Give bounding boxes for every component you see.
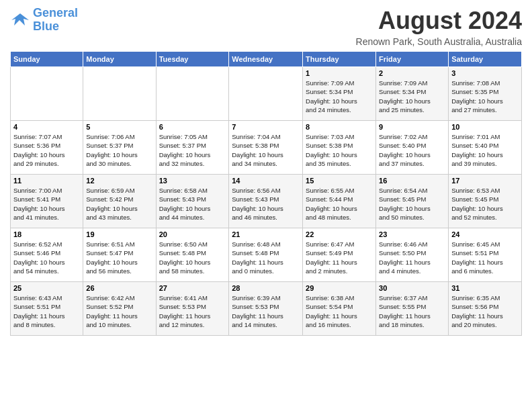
day-info: Sunrise: 7:04 AM Sunset: 5:38 PM Dayligh…: [232, 132, 300, 168]
day-number: 23: [379, 230, 445, 238]
day-number: 6: [159, 123, 226, 131]
day-info: Sunrise: 6:47 AM Sunset: 5:49 PM Dayligh…: [306, 240, 373, 275]
day-number: 13: [159, 177, 226, 185]
day-cell: 12Sunrise: 6:59 AM Sunset: 5:42 PM Dayli…: [83, 175, 156, 228]
logo-text: General Blue: [33, 7, 78, 34]
day-number: 14: [232, 177, 300, 185]
day-info: Sunrise: 7:06 AM Sunset: 5:37 PM Dayligh…: [86, 132, 152, 168]
day-info: Sunrise: 7:01 AM Sunset: 5:40 PM Dayligh…: [451, 132, 519, 168]
day-number: 17: [451, 177, 519, 185]
day-info: Sunrise: 6:38 AM Sunset: 5:54 PM Dayligh…: [306, 293, 373, 329]
day-number: 30: [379, 284, 445, 292]
day-info: Sunrise: 7:08 AM Sunset: 5:35 PM Dayligh…: [451, 79, 519, 114]
day-cell: 7Sunrise: 7:04 AM Sunset: 5:38 PM Daylig…: [229, 121, 303, 175]
day-cell: 1Sunrise: 7:09 AM Sunset: 5:34 PM Daylig…: [303, 67, 376, 121]
day-number: 16: [379, 177, 445, 185]
day-number: 5: [86, 123, 152, 131]
day-number: 4: [13, 123, 80, 131]
col-header-saturday: Saturday: [449, 52, 522, 67]
day-info: Sunrise: 6:45 AM Sunset: 5:51 PM Dayligh…: [451, 240, 519, 275]
day-info: Sunrise: 7:02 AM Sunset: 5:40 PM Dayligh…: [379, 132, 445, 168]
page-header: General Blue August 2024 Renown Park, So…: [10, 7, 522, 47]
col-header-friday: Friday: [376, 52, 449, 67]
logo: General Blue: [10, 7, 78, 34]
location: Renown Park, South Australia, Australia: [356, 36, 522, 47]
week-row-1: 1Sunrise: 7:09 AM Sunset: 5:34 PM Daylig…: [11, 67, 522, 121]
day-cell: 25Sunrise: 6:43 AM Sunset: 5:51 PM Dayli…: [11, 282, 83, 336]
day-number: 19: [86, 230, 152, 238]
day-number: 29: [306, 284, 373, 292]
day-cell: [229, 67, 303, 121]
day-info: Sunrise: 6:50 AM Sunset: 5:48 PM Dayligh…: [159, 240, 226, 275]
day-number: 2: [379, 69, 445, 77]
day-cell: [11, 67, 83, 121]
day-cell: 11Sunrise: 7:00 AM Sunset: 5:41 PM Dayli…: [11, 175, 83, 228]
day-number: 9: [379, 123, 445, 131]
logo-icon: [10, 12, 30, 28]
day-cell: 30Sunrise: 6:37 AM Sunset: 5:55 PM Dayli…: [376, 282, 449, 336]
day-number: 28: [232, 284, 300, 292]
month-title: August 2024: [356, 7, 522, 35]
day-info: Sunrise: 6:59 AM Sunset: 5:42 PM Dayligh…: [86, 186, 152, 222]
title-block: August 2024 Renown Park, South Australia…: [356, 7, 522, 47]
day-number: 1: [306, 69, 373, 77]
day-info: Sunrise: 6:46 AM Sunset: 5:50 PM Dayligh…: [379, 240, 445, 275]
day-cell: 14Sunrise: 6:56 AM Sunset: 5:43 PM Dayli…: [229, 175, 303, 228]
day-info: Sunrise: 6:41 AM Sunset: 5:53 PM Dayligh…: [159, 293, 226, 329]
day-cell: [156, 67, 229, 121]
day-info: Sunrise: 7:09 AM Sunset: 5:34 PM Dayligh…: [379, 79, 445, 114]
day-info: Sunrise: 6:42 AM Sunset: 5:52 PM Dayligh…: [86, 293, 152, 329]
day-cell: 20Sunrise: 6:50 AM Sunset: 5:48 PM Dayli…: [156, 228, 229, 282]
day-number: 12: [86, 177, 152, 185]
day-number: 15: [306, 177, 373, 185]
col-header-wednesday: Wednesday: [229, 52, 303, 67]
day-cell: 23Sunrise: 6:46 AM Sunset: 5:50 PM Dayli…: [376, 228, 449, 282]
day-cell: 22Sunrise: 6:47 AM Sunset: 5:49 PM Dayli…: [303, 228, 376, 282]
week-row-4: 18Sunrise: 6:52 AM Sunset: 5:46 PM Dayli…: [11, 228, 522, 282]
day-number: 3: [451, 69, 519, 77]
week-row-3: 11Sunrise: 7:00 AM Sunset: 5:41 PM Dayli…: [11, 175, 522, 228]
day-info: Sunrise: 6:58 AM Sunset: 5:43 PM Dayligh…: [159, 186, 226, 222]
day-cell: 9Sunrise: 7:02 AM Sunset: 5:40 PM Daylig…: [376, 121, 449, 175]
day-number: 27: [159, 284, 226, 292]
day-number: 31: [451, 284, 519, 292]
day-number: 24: [451, 230, 519, 238]
day-number: 25: [13, 284, 80, 292]
day-number: 7: [232, 123, 300, 131]
day-number: 10: [451, 123, 519, 131]
day-info: Sunrise: 7:07 AM Sunset: 5:36 PM Dayligh…: [13, 132, 80, 168]
day-cell: 16Sunrise: 6:54 AM Sunset: 5:45 PM Dayli…: [376, 175, 449, 228]
col-header-tuesday: Tuesday: [156, 52, 229, 67]
day-cell: 18Sunrise: 6:52 AM Sunset: 5:46 PM Dayli…: [11, 228, 83, 282]
svg-marker-0: [11, 13, 29, 26]
day-cell: 13Sunrise: 6:58 AM Sunset: 5:43 PM Dayli…: [156, 175, 229, 228]
day-cell: 2Sunrise: 7:09 AM Sunset: 5:34 PM Daylig…: [376, 67, 449, 121]
day-cell: 3Sunrise: 7:08 AM Sunset: 5:35 PM Daylig…: [449, 67, 522, 121]
day-info: Sunrise: 6:39 AM Sunset: 5:53 PM Dayligh…: [232, 293, 300, 329]
day-cell: 5Sunrise: 7:06 AM Sunset: 5:37 PM Daylig…: [83, 121, 156, 175]
day-info: Sunrise: 7:05 AM Sunset: 5:37 PM Dayligh…: [159, 132, 226, 168]
week-row-2: 4Sunrise: 7:07 AM Sunset: 5:36 PM Daylig…: [11, 121, 522, 175]
day-number: 22: [306, 230, 373, 238]
header-row: SundayMondayTuesdayWednesdayThursdayFrid…: [11, 52, 522, 67]
day-cell: 15Sunrise: 6:55 AM Sunset: 5:44 PM Dayli…: [303, 175, 376, 228]
week-row-5: 25Sunrise: 6:43 AM Sunset: 5:51 PM Dayli…: [11, 282, 522, 336]
day-info: Sunrise: 6:55 AM Sunset: 5:44 PM Dayligh…: [306, 186, 373, 222]
day-number: 11: [13, 177, 80, 185]
day-cell: 17Sunrise: 6:53 AM Sunset: 5:45 PM Dayli…: [449, 175, 522, 228]
day-number: 18: [13, 230, 80, 238]
day-number: 21: [232, 230, 300, 238]
day-info: Sunrise: 7:00 AM Sunset: 5:41 PM Dayligh…: [13, 186, 80, 222]
day-number: 26: [86, 284, 152, 292]
day-number: 8: [306, 123, 373, 131]
day-cell: 6Sunrise: 7:05 AM Sunset: 5:37 PM Daylig…: [156, 121, 229, 175]
calendar-table: SundayMondayTuesdayWednesdayThursdayFrid…: [10, 51, 522, 336]
day-cell: 27Sunrise: 6:41 AM Sunset: 5:53 PM Dayli…: [156, 282, 229, 336]
col-header-thursday: Thursday: [303, 52, 376, 67]
day-info: Sunrise: 6:51 AM Sunset: 5:47 PM Dayligh…: [86, 240, 152, 275]
day-info: Sunrise: 6:43 AM Sunset: 5:51 PM Dayligh…: [13, 293, 80, 329]
col-header-sunday: Sunday: [11, 52, 83, 67]
day-cell: 26Sunrise: 6:42 AM Sunset: 5:52 PM Dayli…: [83, 282, 156, 336]
day-cell: [83, 67, 156, 121]
day-cell: 4Sunrise: 7:07 AM Sunset: 5:36 PM Daylig…: [11, 121, 83, 175]
